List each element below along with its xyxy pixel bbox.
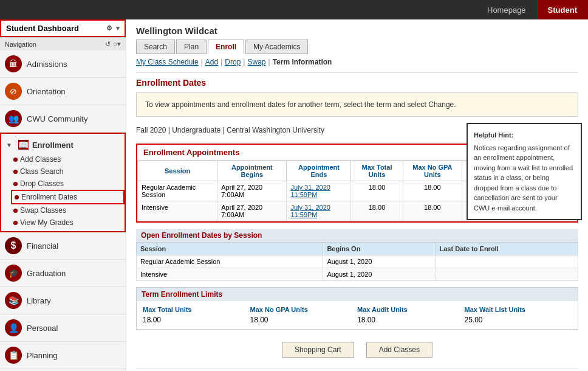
sidebar-item-personal[interactable]: 👤 Personal — [0, 314, 126, 342]
oe-th-session: Session — [137, 243, 323, 255]
orientation-icon: ⊘ — [5, 83, 22, 100]
personal-icon: 👤 — [5, 319, 22, 336]
arrow-icon[interactable]: ▾ — [116, 24, 120, 32]
hint-text: Notices regarding assignment of an enrol… — [474, 144, 573, 212]
nav-header-icons: ↺ ○▾ — [105, 40, 121, 48]
nav-settings-icon[interactable]: ○▾ — [113, 40, 121, 48]
tab-search[interactable]: Search — [136, 40, 175, 54]
tab-enroll[interactable]: Enroll — [208, 40, 244, 54]
enrollment-dates-label: Enrollment Dates — [21, 193, 77, 201]
financial-icon: $ — [5, 237, 22, 254]
info-box: To view appointments and enrollment date… — [136, 92, 578, 117]
sidebar-nav-header: Navigation ↺ ○▾ — [0, 37, 126, 50]
begins-cell: April 27, 20207:00AM — [217, 181, 287, 201]
cwu-community-label: CWU Community — [27, 114, 87, 123]
personal-label: Personal — [27, 324, 58, 333]
sidebar-item-planning[interactable]: 📋 Planning — [0, 342, 126, 369]
oe-session-cell: Intensive — [137, 268, 323, 281]
nav-label: Navigation — [5, 41, 36, 48]
class-search-label: Class Search — [20, 167, 63, 176]
sidebar-item-orientation[interactable]: ⊘ Orientation — [0, 78, 126, 105]
enrollment-label: Enrollment — [32, 140, 74, 150]
enrollment-arrow-icon: ▼ — [6, 142, 12, 148]
sidebar-item-library[interactable]: 📚 Library — [0, 287, 126, 314]
tab-plan[interactable]: Plan — [176, 40, 207, 54]
max-no-gpa-cell: 18.00 — [403, 201, 462, 221]
tab-my-academics[interactable]: My Academics — [245, 40, 308, 54]
sub-item-enrollment-dates[interactable]: Enrollment Dates — [11, 190, 125, 204]
cwu-community-icon: 👥 — [5, 110, 22, 127]
term-text: Fall 2020 | Undergraduate | Central Wash… — [136, 126, 324, 134]
sidebar-item-financial[interactable]: $ Financial — [0, 232, 126, 260]
divider-1 — [136, 72, 578, 73]
orientation-label: Orientation — [27, 87, 66, 96]
sidebar-item-admissions[interactable]: 🏛 Admissions — [0, 50, 126, 78]
sidebar: Student Dashboard ⚙ ▾ Navigation ↺ ○▾ 🏛 … — [0, 19, 126, 371]
add-link[interactable]: Add — [205, 58, 218, 66]
drop-link[interactable]: Drop — [225, 58, 241, 66]
sub-item-swap-classes[interactable]: Swap Classes — [11, 204, 125, 217]
dot-icon — [15, 195, 19, 199]
admissions-label: Admissions — [27, 60, 67, 69]
max-no-gpa-cell: 18.00 — [403, 181, 462, 201]
begins-cell: April 27, 20207:00AM — [217, 201, 287, 221]
term-info-current: Term Information — [273, 58, 332, 66]
th-session: Session — [138, 161, 217, 181]
sidebar-item-graduation[interactable]: 🎓 Graduation — [0, 260, 126, 287]
term-limits-headers: Max Total Units Max No GPA Units Max Aud… — [143, 306, 572, 313]
tl-header-total: Max Total Units — [143, 306, 250, 313]
my-class-schedule-link[interactable]: My Class Schedule — [136, 58, 199, 66]
max-total-cell: 18.00 — [351, 201, 403, 221]
dot-icon — [13, 158, 18, 162]
enrollment-sub-items: Add Classes Class Search Drop Classes En… — [1, 153, 125, 229]
th-max-total: Max Total Units — [351, 161, 403, 181]
view-grades-label: View My Grades — [20, 218, 74, 227]
add-classes-button[interactable]: Add Classes — [366, 342, 432, 358]
th-ends: Appointment Ends — [287, 161, 351, 181]
sub-item-add-classes[interactable]: Add Classes — [11, 153, 125, 165]
hint-box: Helpful Hint: Notices regarding assignme… — [467, 123, 582, 220]
open-enrollment-title: Open Enrollment Dates by Session — [136, 229, 578, 242]
library-label: Library — [27, 296, 51, 305]
top-nav-links: Homepage Student — [476, 0, 588, 19]
enrollment-header[interactable]: ▼ 📖 Enrollment — [1, 136, 125, 153]
info-text: To view appointments and enrollment date… — [145, 100, 456, 109]
sub-item-view-grades[interactable]: View My Grades — [11, 217, 125, 229]
gear-icon[interactable]: ⚙ — [106, 24, 112, 32]
oe-last-date-cell — [436, 255, 578, 268]
student-name: Wellington Wildcat — [136, 26, 578, 36]
th-max-no-gpa: Max No GPA Units — [403, 161, 462, 181]
ends-cell[interactable]: July 31, 202011:59PM — [287, 181, 351, 201]
oe-begins-cell: August 1, 2020 — [323, 268, 436, 281]
student-link[interactable]: Student — [537, 0, 588, 19]
th-begins: Appointment Begins — [217, 161, 287, 181]
oe-begins-cell: August 1, 2020 — [323, 255, 436, 268]
enrollment-icon: 📖 — [18, 140, 29, 150]
tl-header-no-gpa: Max No GPA Units — [250, 306, 358, 313]
tl-header-wait: Max Wait List Units — [465, 306, 572, 313]
term-limits-section: Term Enrollment Limits Max Total Units M… — [136, 287, 578, 330]
drop-classes-label: Drop Classes — [20, 179, 64, 188]
sub-item-class-search[interactable]: Class Search — [11, 165, 125, 178]
table-row: Intensive August 1, 2020 — [137, 268, 578, 281]
oe-last-date-cell — [436, 268, 578, 281]
sidebar-title: Student Dashboard — [6, 24, 79, 33]
term-limits-values: 18.00 18.00 18.00 25.00 — [143, 316, 572, 324]
term-limits-content: Max Total Units Max No GPA Units Max Aud… — [137, 301, 578, 329]
tab-row: Search Plan Enroll My Academics — [136, 40, 578, 54]
sidebar-header-icons: ⚙ ▾ — [106, 24, 120, 32]
swap-link[interactable]: Swap — [247, 58, 265, 66]
homepage-link[interactable]: Homepage — [476, 0, 537, 19]
dot-icon — [13, 170, 18, 174]
page-title: Enrollment Dates — [136, 78, 578, 88]
shopping-cart-button[interactable]: Shopping Cart — [282, 342, 354, 358]
sub-item-drop-classes[interactable]: Drop Classes — [11, 178, 125, 190]
ends-cell[interactable]: July 31, 202011:59PM — [287, 201, 351, 221]
dot-icon — [13, 182, 18, 186]
refresh-icon[interactable]: ↺ — [105, 40, 111, 48]
sidebar-item-cwu-community[interactable]: 👥 CWU Community — [0, 105, 126, 133]
oe-th-last-date: Last Date to Enroll — [436, 243, 578, 255]
hint-title: Helpful Hint: — [474, 130, 575, 140]
tl-val-no-gpa: 18.00 — [250, 316, 358, 324]
term-limits-title: Term Enrollment Limits — [137, 288, 578, 301]
